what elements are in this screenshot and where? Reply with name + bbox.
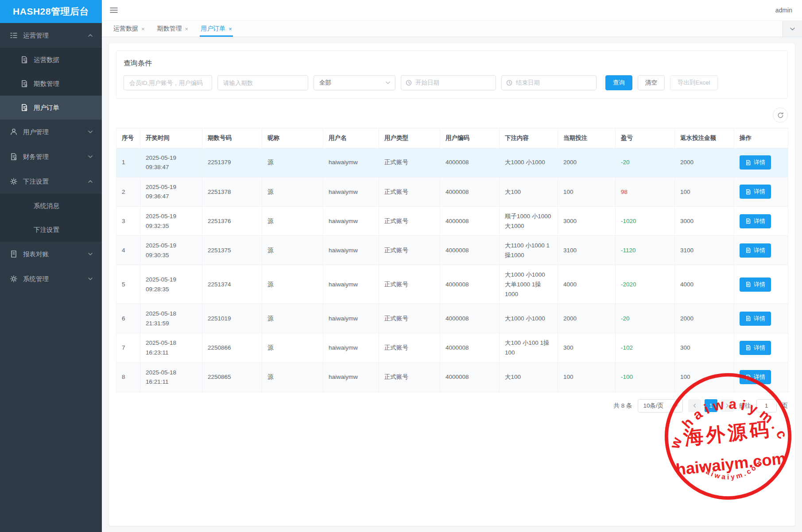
sidebar-item-user-manage[interactable]: 用户管理 xyxy=(0,120,102,144)
query-button[interactable]: 查询 xyxy=(605,75,632,90)
sidebar-item-period-manage[interactable]: 期数管理 xyxy=(0,72,102,96)
sidebar-item-bet-settings[interactable]: 下注设置 xyxy=(0,218,102,242)
detail-button-label: 详情 xyxy=(754,344,765,352)
close-icon[interactable]: × xyxy=(141,26,145,32)
user-type-select[interactable]: 全部 xyxy=(314,75,395,90)
detail-button[interactable]: 详情 xyxy=(740,341,771,355)
document-icon xyxy=(745,316,751,321)
document-gear-icon xyxy=(20,56,28,64)
orders-tbody: 1 2025-05-19 09:38:47 2251379 源 haiwaiym… xyxy=(116,148,788,392)
sidebar-item-user-orders[interactable]: 用户订单 xyxy=(0,96,102,120)
orders-table: 序号 开奖时间 期数号码 昵称 用户名 用户类型 用户编码 下注内容 当期投注 … xyxy=(116,128,788,392)
cell-period: 2251374 xyxy=(202,265,262,304)
detail-button[interactable]: 详情 xyxy=(740,370,771,384)
close-icon[interactable]: × xyxy=(229,26,232,32)
cell-nickname: 源 xyxy=(262,206,323,235)
detail-button[interactable]: 详情 xyxy=(740,243,771,258)
detail-button-label: 详情 xyxy=(754,315,765,323)
table-row: 4 2025-05-19 09:30:35 2251375 源 haiwaiym… xyxy=(116,236,788,265)
cell-username: haiwaiymw xyxy=(323,148,379,177)
cell-action: 详情 xyxy=(734,206,788,235)
document-gear-icon xyxy=(20,80,28,88)
current-page-button[interactable]: 1 xyxy=(705,399,717,412)
clear-button[interactable]: 清空 xyxy=(638,75,665,90)
cell-period: 2251376 xyxy=(202,206,262,235)
tab-period-manage[interactable]: 期数管理 × xyxy=(151,21,195,37)
cell-user-code: 4000008 xyxy=(440,304,500,333)
cell-user-code: 4000008 xyxy=(440,236,500,265)
cell-bet-amount: 100 xyxy=(558,177,616,206)
cell-user-type: 正式账号 xyxy=(379,333,440,362)
cell-rebate: 3000 xyxy=(675,206,734,235)
document-icon xyxy=(745,160,751,166)
detail-button[interactable]: 详情 xyxy=(740,312,771,326)
sidebar-item-system-manage[interactable]: 系统管理 xyxy=(0,266,102,291)
table-row: 8 2025-05-18 16:21:11 2250865 源 haiwaiym… xyxy=(116,362,788,392)
cell-draw-time: 2025-05-19 09:28:35 xyxy=(140,265,202,304)
cell-draw-time: 2025-05-18 16:23:11 xyxy=(140,333,202,362)
member-search-input[interactable] xyxy=(124,75,212,90)
app-layout: HASH28管理后台 运营管理 运营数据 期数管理 用户订单 用户管理 xyxy=(0,0,802,532)
document-gear-icon xyxy=(20,104,28,112)
export-excel-button[interactable]: 导出到Excel xyxy=(670,75,718,90)
close-icon[interactable]: × xyxy=(185,26,189,32)
detail-button[interactable]: 详情 xyxy=(740,214,771,228)
cell-user-type: 正式账号 xyxy=(379,265,440,304)
cell-bet-amount: 100 xyxy=(558,362,616,392)
logged-in-user[interactable]: admin xyxy=(775,7,792,14)
sidebar-item-report-check[interactable]: 报表对账 xyxy=(0,242,102,266)
cell-seq: 7 xyxy=(116,333,140,362)
cell-bet-amount: 3100 xyxy=(558,236,616,265)
orders-card: 查询条件 全部 开始日期 xyxy=(109,43,795,526)
document-gear-icon xyxy=(10,153,18,161)
detail-button[interactable]: 详情 xyxy=(740,278,771,292)
chevron-down-icon xyxy=(674,403,679,408)
cell-rebate: 2000 xyxy=(675,148,734,177)
col-header-bet-amount: 当期投注 xyxy=(558,128,616,148)
sidebar-item-operation-manage[interactable]: 运营管理 xyxy=(0,23,102,48)
cell-rebate: 100 xyxy=(675,362,734,392)
end-date-input[interactable]: 结束日期 xyxy=(501,75,597,90)
cell-bet-amount: 300 xyxy=(558,333,616,362)
table-row: 6 2025-05-18 21:31:59 2251019 源 haiwaiym… xyxy=(116,304,788,333)
detail-button[interactable]: 详情 xyxy=(740,155,771,170)
hamburger-icon[interactable] xyxy=(109,5,119,15)
detail-button[interactable]: 详情 xyxy=(740,185,771,199)
cell-pnl: -20 xyxy=(616,148,675,177)
cell-rebate: 100 xyxy=(675,177,734,206)
sidebar-item-finance-manage[interactable]: 财务管理 xyxy=(0,144,102,169)
cell-user-type: 正式账号 xyxy=(379,362,440,392)
cell-rebate: 2000 xyxy=(675,304,734,333)
sidebar-item-bet-settings-group[interactable]: 下注设置 xyxy=(0,169,102,194)
next-page-button[interactable] xyxy=(721,399,734,412)
refresh-button[interactable] xyxy=(773,108,788,123)
search-panel-title: 查询条件 xyxy=(124,59,780,68)
prev-page-button[interactable] xyxy=(688,399,701,412)
sidebar-item-operation-data[interactable]: 运营数据 xyxy=(0,48,102,72)
document-icon xyxy=(745,247,751,253)
tab-user-orders[interactable]: 用户订单 × xyxy=(194,21,238,37)
cell-action: 详情 xyxy=(734,177,788,206)
chevron-down-icon xyxy=(88,276,93,281)
tab-operation-data[interactable]: 运营数据 × xyxy=(107,21,151,37)
cell-bet-content: 大100 小100 1操100 xyxy=(500,333,558,362)
tab-options-button[interactable] xyxy=(783,21,802,37)
cell-user-code: 4000008 xyxy=(440,333,500,362)
cell-draw-time: 2025-05-18 16:21:11 xyxy=(140,362,202,392)
start-date-input[interactable]: 开始日期 xyxy=(401,75,496,90)
cell-seq: 4 xyxy=(116,236,140,265)
sidebar-item-system-message[interactable]: 系统消息 xyxy=(0,194,102,218)
goto-label: 前往 xyxy=(739,402,751,410)
period-search-input[interactable] xyxy=(217,75,308,90)
tab-label: 运营数据 xyxy=(113,25,138,33)
goto-page-input[interactable] xyxy=(756,399,777,412)
page-size-select[interactable]: 10条/页 xyxy=(638,399,683,412)
cell-action: 详情 xyxy=(734,265,788,304)
end-date-placeholder: 结束日期 xyxy=(516,79,540,87)
tabbar: 运营数据 × 期数管理 × 用户订单 × xyxy=(102,20,802,37)
col-header-rebate: 返水投注金额 xyxy=(675,128,734,148)
document-icon xyxy=(745,281,751,287)
cell-action: 详情 xyxy=(734,333,788,362)
main-column: admin 运营数据 × 期数管理 × 用户订单 × xyxy=(102,0,802,532)
cell-bet-amount: 3000 xyxy=(558,206,616,235)
